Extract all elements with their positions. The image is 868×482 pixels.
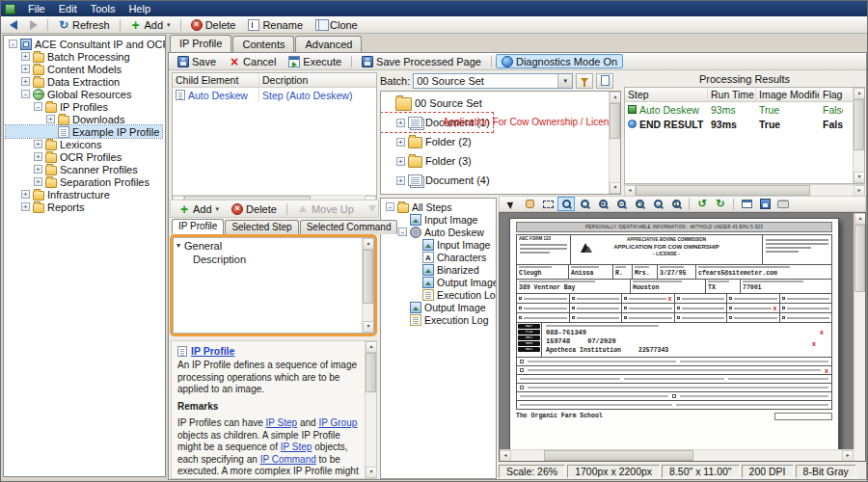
combo-dropdown-icon[interactable]: ▾ xyxy=(557,74,572,88)
scroll-track[interactable] xyxy=(511,450,842,461)
tab-selected-step[interactable]: Selected Step xyxy=(225,220,298,234)
scroll-left-button[interactable]: ◂ xyxy=(500,450,511,462)
delete-button[interactable]: Delete xyxy=(226,201,283,216)
scroll-thumb[interactable] xyxy=(854,99,864,150)
tab-ip-profile[interactable]: IP Profile xyxy=(170,35,231,52)
scroll-thumb[interactable] xyxy=(366,353,376,392)
scroll-right-button[interactable]: ▸ xyxy=(842,450,854,462)
expand-icon[interactable]: + xyxy=(21,190,30,199)
tree-item-global-resources[interactable]: -Global Resources xyxy=(6,88,134,100)
help-link[interactable]: IP Command xyxy=(260,454,316,465)
layout-button[interactable] xyxy=(738,197,755,211)
scroll-down-button[interactable]: ▾ xyxy=(610,182,621,194)
expand-icon[interactable]: + xyxy=(21,202,30,211)
tree-item-lexicons[interactable]: +Lexicons xyxy=(6,138,104,150)
tab-contents[interactable]: Contents xyxy=(232,36,294,52)
scroll-up-button[interactable]: ▴ xyxy=(610,92,621,103)
tree-item-characters[interactable]: Characters xyxy=(383,251,489,263)
tree-item-execution-log[interactable]: Execution Log xyxy=(383,288,497,301)
forward-button[interactable] xyxy=(24,17,43,32)
tree-item-folder-3[interactable]: +Folder (3) xyxy=(381,151,475,171)
vertical-scrollbar[interactable]: ▴▾ xyxy=(362,238,373,333)
collapse-icon[interactable]: - xyxy=(9,40,17,48)
menu-help[interactable]: Help xyxy=(122,2,157,15)
help-link[interactable]: IP Step xyxy=(266,417,298,428)
menu-tools[interactable]: Tools xyxy=(84,2,122,15)
scroll-track[interactable] xyxy=(854,99,864,172)
expand-icon[interactable]: + xyxy=(396,176,405,185)
tree-item-infrastructure[interactable]: +Infrastructure xyxy=(6,188,113,201)
tree-item-folder-2[interactable]: +Folder (2) xyxy=(381,132,475,151)
column-header[interactable]: Child Element xyxy=(173,73,259,87)
print-button[interactable] xyxy=(774,197,792,211)
scroll-up-button[interactable]: ▴ xyxy=(854,213,866,225)
zoom-in-button[interactable]: + xyxy=(594,197,611,211)
back-button[interactable] xyxy=(4,17,23,32)
vertical-scrollbar[interactable]: ▴▾ xyxy=(609,92,620,194)
scroll-thumb[interactable] xyxy=(544,450,692,461)
page-view-button[interactable] xyxy=(596,73,613,89)
tree-item-example-ip-profile[interactable]: Example IP Profile xyxy=(6,125,162,138)
tree-item-reports[interactable]: +Reports xyxy=(6,201,88,213)
rename-button[interactable]: Rename xyxy=(242,17,309,32)
tab-selected-command[interactable]: Selected Command xyxy=(300,220,398,234)
menu-edit[interactable]: Edit xyxy=(52,2,84,15)
column-header[interactable]: Step xyxy=(625,88,708,101)
expand-icon[interactable]: + xyxy=(21,52,30,61)
expand-icon[interactable]: + xyxy=(396,138,405,147)
save-image-button[interactable] xyxy=(756,197,773,211)
tree-item-binarized[interactable]: Binarized xyxy=(383,263,482,276)
help-title-link[interactable]: IP Profile xyxy=(191,345,234,357)
diagnostics-mode-on-button[interactable]: Diagnostics Mode On xyxy=(496,54,623,68)
column-header[interactable]: Image Modified xyxy=(756,88,820,101)
cancel-button[interactable]: Cancel xyxy=(223,54,282,68)
add-button[interactable]: Add▾ xyxy=(173,201,225,216)
tree-item-all-steps[interactable]: -All Steps xyxy=(383,201,454,213)
save-processed-page-button[interactable]: Save Processed Page xyxy=(356,54,487,68)
menu-file[interactable]: File xyxy=(21,2,52,15)
actual-size-button[interactable]: 1 xyxy=(667,197,685,211)
column-header[interactable]: Decription xyxy=(259,73,373,87)
scroll-down-button[interactable]: ▾ xyxy=(854,172,865,183)
tree-item-document-1[interactable]: +Document (1)Application For Cow Ownersh… xyxy=(381,113,493,132)
help-link[interactable]: IP Step xyxy=(281,442,312,452)
scroll-up-button[interactable]: ▴ xyxy=(854,88,865,99)
scroll-track[interactable] xyxy=(854,225,865,449)
vertical-scrollbar[interactable]: ▴▾ xyxy=(853,88,864,183)
tab-ip-profile[interactable]: IP Profile xyxy=(172,219,224,234)
expand-icon[interactable]: + xyxy=(396,157,405,166)
collapse-icon[interactable]: - xyxy=(34,102,42,111)
tree-item-downloads[interactable]: +Downloads xyxy=(6,113,127,125)
delete-button[interactable]: Delete xyxy=(185,17,242,32)
scroll-track[interactable] xyxy=(636,185,854,196)
expand-icon[interactable]: + xyxy=(34,140,42,148)
filter-button[interactable] xyxy=(576,73,593,89)
expand-icon[interactable]: + xyxy=(396,119,405,127)
tree-item-input-image[interactable]: Input Image xyxy=(383,238,493,251)
tree-item-document-4[interactable]: +Document (4) xyxy=(381,171,493,190)
scroll-track[interactable] xyxy=(363,250,373,321)
scroll-thumb[interactable] xyxy=(363,250,373,304)
clone-button[interactable]: Clone xyxy=(310,17,364,32)
tree-item-00-source-set[interactable]: 00 Source Set xyxy=(381,94,485,113)
tree-item-content-models[interactable]: +Content Models xyxy=(6,63,124,75)
tree-item-ip-profiles[interactable]: -IP Profiles xyxy=(6,100,111,113)
scroll-thumb[interactable] xyxy=(610,103,620,139)
move-up-button[interactable]: Move Up xyxy=(291,201,360,216)
vertical-scrollbar[interactable]: ▴▾ xyxy=(854,213,865,461)
collapse-icon[interactable]: - xyxy=(398,228,407,236)
tree-item-output-image[interactable]: Output Image xyxy=(383,276,497,288)
scroll-thumb[interactable] xyxy=(636,185,810,196)
viewer-canvas[interactable]: PERSONALLY IDENTIFIABLE INFORMATION - WI… xyxy=(499,212,866,462)
rotate-right-button[interactable]: ↻ xyxy=(712,197,729,211)
tree-item-batch-processing[interactable]: +Batch Processing xyxy=(6,50,133,63)
collapse-icon[interactable]: - xyxy=(21,90,30,98)
tree-item-ace-consultant-ip-and-ocr[interactable]: -ACE Consultant IP and OCR xyxy=(6,38,166,50)
tree-item-scanner-profiles[interactable]: +Scanner Profiles xyxy=(6,163,141,175)
collapse-icon[interactable]: - xyxy=(386,202,394,211)
column-header[interactable]: Flagged xyxy=(820,88,843,101)
horizontal-scrollbar[interactable]: ◂▸ xyxy=(500,449,854,461)
tree-item-data-extraction[interactable]: +Data Extraction xyxy=(6,75,122,88)
expand-icon[interactable]: + xyxy=(34,165,42,174)
save-button[interactable]: Save xyxy=(172,54,222,68)
